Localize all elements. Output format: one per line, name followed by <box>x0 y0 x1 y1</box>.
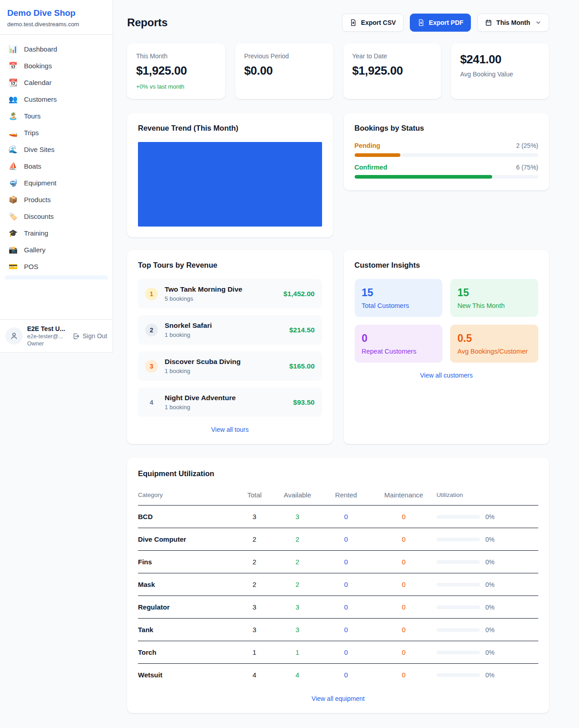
equipment-utilization-card: Equipment Utilization Category Total Ava… <box>127 458 549 713</box>
equipment-rented: 0 <box>321 603 371 611</box>
tour-row[interactable]: 3 Discover Scuba Diving 1 booking $165.0… <box>138 351 322 381</box>
sidebar-item-discounts[interactable]: 🏷️ Discounts <box>4 208 109 225</box>
insights-row: Top Tours by Revenue 1 Two Tank Morning … <box>127 250 549 444</box>
equipment-total: 1 <box>235 648 274 656</box>
page-header: Reports Export CSV Export PDF <box>127 14 549 32</box>
stat-label: This Month <box>136 52 216 60</box>
sidebar-item-label: Dive Sites <box>24 146 55 153</box>
rank-badge: 2 <box>145 324 158 336</box>
sidebar-item-label: Discounts <box>24 213 54 220</box>
sidebar-item-boats[interactable]: ⛵ Boats <box>4 158 109 175</box>
sidebar-item-pos[interactable]: 💳 POS <box>4 258 109 275</box>
view-all-tours-link[interactable]: View all tours <box>138 426 322 433</box>
tile-repeat-customers: 0 Repeat Customers <box>355 325 443 363</box>
tile-label: Repeat Customers <box>362 348 436 355</box>
main-content: Reports Export CSV Export PDF <box>113 0 579 728</box>
tag-icon: 🏷️ <box>8 213 18 220</box>
col-header-available: Available <box>274 491 321 499</box>
credit-card-icon: 💳 <box>8 263 18 270</box>
rank-badge: 4 <box>145 396 158 409</box>
equipment-maintenance: 0 <box>371 558 437 566</box>
file-download-icon <box>418 19 425 26</box>
sidebar-item-label: Calendar <box>24 79 52 86</box>
graduation-cap-icon: 🎓 <box>8 230 18 237</box>
equipment-total: 3 <box>235 603 274 611</box>
utilization-label: 0% <box>485 558 494 566</box>
table-row: Fins 2 2 0 0 0% <box>138 551 538 573</box>
period-selector[interactable]: This Month <box>477 14 549 32</box>
sign-out-button[interactable]: Sign Out <box>72 332 107 340</box>
avatar <box>5 327 23 345</box>
sidebar-item-calendar[interactable]: 📆 Calendar <box>4 74 109 91</box>
equipment-available: 2 <box>274 535 321 543</box>
equipment-utilization-title: Equipment Utilization <box>138 469 538 478</box>
island-icon: 🏝️ <box>8 113 18 120</box>
utilization-bar-track <box>437 583 480 586</box>
stat-value: $1,925.00 <box>352 64 432 78</box>
sidebar-item-tours[interactable]: 🏝️ Tours <box>4 108 109 124</box>
tile-total-customers: 15 Total Customers <box>355 279 443 317</box>
tile-new-this-month: 15 New This Month <box>450 279 538 317</box>
tour-row[interactable]: 2 Snorkel Safari 1 booking $214.50 <box>138 315 322 345</box>
sidebar-item-label: POS <box>24 263 38 270</box>
tile-value: 0 <box>362 332 436 345</box>
equipment-total: 3 <box>235 513 274 520</box>
charts-row: Revenue Trend (This Month) Bookings by S… <box>127 113 549 237</box>
status-row-pending: Pending 2 (25%) <box>355 142 539 157</box>
export-pdf-button[interactable]: Export PDF <box>410 14 471 32</box>
equipment-maintenance: 0 <box>371 581 437 588</box>
sidebar-item-customers[interactable]: 👥 Customers <box>4 91 109 108</box>
sidebar-item-label: Boats <box>24 162 41 170</box>
sidebar-item-bookings[interactable]: 📅 Bookings <box>4 57 109 74</box>
sidebar-item-products[interactable]: 📦 Products <box>4 191 109 208</box>
sidebar-item-label: Tours <box>24 112 41 120</box>
top-tours-title: Top Tours by Revenue <box>138 261 322 269</box>
tear-off-calendar-icon: 📆 <box>8 79 18 86</box>
tour-amount: $1,452.00 <box>284 290 315 298</box>
customer-insights-card: Customer Insights 15 Total Customers 15 … <box>344 250 550 444</box>
tile-label: Total Customers <box>362 302 436 309</box>
utilization-bar-track <box>437 651 480 654</box>
sidebar-item-label: Training <box>24 229 48 237</box>
view-all-equipment-link[interactable]: View all equipment <box>138 695 538 702</box>
tour-row[interactable]: 1 Two Tank Morning Dive 5 bookings $1,45… <box>138 279 322 308</box>
brand-block: Demo Dive Shop demo.test.divestreams.com <box>0 0 113 35</box>
sidebar-item-label: Customers <box>24 95 57 103</box>
equipment-table: Category Total Available Rented Maintena… <box>138 487 538 686</box>
equipment-category: Wetsuit <box>138 671 235 679</box>
equipment-maintenance: 0 <box>371 513 437 520</box>
sidebar-item-trips[interactable]: 🚤 Trips <box>4 124 109 141</box>
user-email: e2e-tester@... <box>27 333 68 340</box>
stat-label: Year to Date <box>352 52 432 60</box>
table-row: Mask 2 2 0 0 0% <box>138 573 538 596</box>
sidebar-item-dashboard[interactable]: 📊 Dashboard <box>4 41 109 57</box>
sidebar-item-gallery[interactable]: 📸 Gallery <box>4 241 109 258</box>
tour-row[interactable]: 4 Night Dive Adventure 1 booking $93.50 <box>138 388 322 417</box>
tile-value: 15 <box>457 287 531 299</box>
col-header-total: Total <box>235 491 274 499</box>
equipment-maintenance: 0 <box>371 603 437 611</box>
utilization-label: 0% <box>485 649 494 656</box>
shop-domain: demo.test.divestreams.com <box>7 21 105 28</box>
tour-amount: $93.50 <box>293 398 314 407</box>
sidebar-item-training[interactable]: 🎓 Training <box>4 225 109 241</box>
sidebar-item-equipment[interactable]: 🤿 Equipment <box>4 175 109 191</box>
sidebar-item-reports-partial[interactable] <box>5 275 108 279</box>
equipment-total: 2 <box>235 558 274 566</box>
stat-card-previous-period: Previous Period $0.00 <box>235 43 333 99</box>
equipment-category: BCD <box>138 513 235 520</box>
sidebar-item-dive-sites[interactable]: 🌊 Dive Sites <box>4 141 109 158</box>
equipment-rented: 0 <box>321 626 371 633</box>
user-meta: E2E Test U... e2e-tester@... Owner <box>27 325 68 347</box>
status-bar-fill <box>355 175 493 179</box>
equipment-category: Tank <box>138 626 235 633</box>
person-icon <box>9 331 19 340</box>
export-csv-button[interactable]: Export CSV <box>342 14 403 32</box>
user-name: E2E Test U... <box>27 325 68 332</box>
equipment-available: 3 <box>274 513 321 520</box>
tour-amount: $165.00 <box>289 362 314 370</box>
diving-mask-icon: 🤿 <box>8 180 18 187</box>
tile-value: 0.5 <box>457 332 531 345</box>
tour-bookings: 5 bookings <box>165 295 277 302</box>
view-all-customers-link[interactable]: View all customers <box>355 372 539 379</box>
